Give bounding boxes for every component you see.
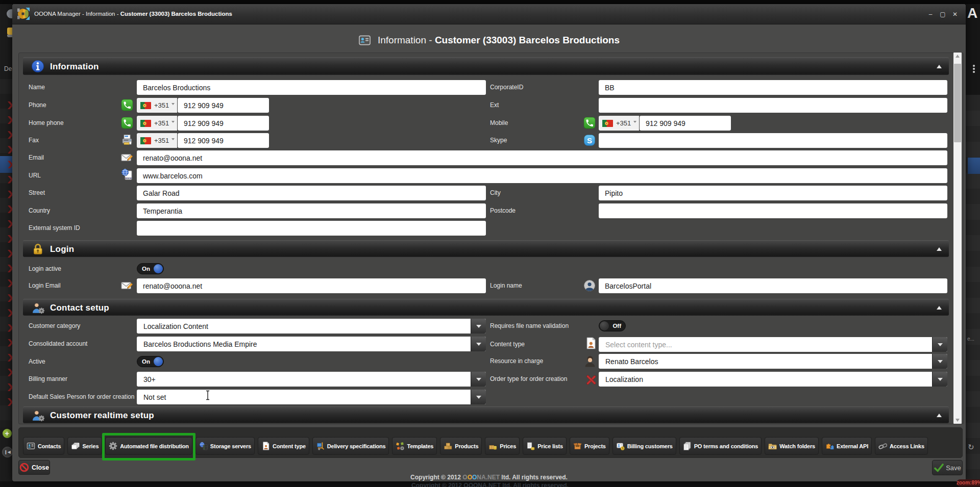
active-toggle[interactable]: On bbox=[137, 356, 164, 367]
maximize-button[interactable]: ▢ bbox=[939, 11, 946, 18]
storage-servers-button[interactable]: Storage servers bbox=[195, 437, 255, 455]
email-input[interactable] bbox=[137, 150, 947, 165]
dropdown-button[interactable] bbox=[471, 390, 486, 404]
collapse-login-icon[interactable] bbox=[937, 247, 942, 251]
requires-validation-toggle[interactable]: Off bbox=[599, 320, 626, 331]
order-type-select[interactable]: Localization bbox=[599, 372, 947, 387]
name-input[interactable] bbox=[137, 80, 486, 95]
external-system-id-input[interactable] bbox=[137, 221, 486, 236]
dropdown-button[interactable] bbox=[932, 337, 947, 352]
email-icon bbox=[121, 151, 133, 164]
series-button[interactable]: Series bbox=[67, 437, 102, 455]
collapse-contact-setup-icon[interactable] bbox=[937, 306, 942, 310]
phone-input[interactable] bbox=[178, 98, 269, 113]
corporateid-input[interactable] bbox=[599, 80, 947, 95]
save-button[interactable]: Save bbox=[932, 460, 963, 475]
templates-button[interactable]: Templates bbox=[392, 437, 437, 455]
bottom-toolbar: Contacts Series Automated file distribut… bbox=[18, 427, 963, 458]
scroll-up-button[interactable] bbox=[953, 53, 962, 60]
minimize-button[interactable]: – bbox=[927, 11, 934, 18]
price-lists-button[interactable]: Price lists bbox=[523, 437, 567, 455]
home-phone-input[interactable] bbox=[178, 116, 269, 131]
kebab-menu-icon[interactable] bbox=[973, 65, 975, 74]
po-terms-button[interactable]: PO terms and conditions bbox=[679, 437, 762, 455]
dropdown-button[interactable] bbox=[932, 354, 947, 369]
login-name-input[interactable] bbox=[599, 278, 947, 293]
dropdown-button[interactable] bbox=[932, 372, 947, 387]
add-button[interactable]: + bbox=[3, 429, 12, 438]
street-input[interactable] bbox=[137, 186, 486, 200]
billing-manner-select[interactable]: 30+ bbox=[137, 372, 486, 387]
phone-country-select[interactable]: +351 bbox=[137, 98, 177, 113]
background-bottom-strip: Copyright © 2012 OOONA.NET ltd. All righ… bbox=[0, 481, 980, 487]
collapse-customer-realtime-setup-icon[interactable] bbox=[937, 414, 942, 417]
postcode-input[interactable] bbox=[599, 203, 947, 218]
background-right-letter: A bbox=[967, 5, 977, 21]
close-window-button[interactable]: ✕ bbox=[951, 11, 959, 18]
scrollbar-thumb[interactable] bbox=[954, 64, 961, 142]
consolidated-account-select[interactable]: Barcelos Broductions Media Empire bbox=[137, 337, 486, 351]
fax-input[interactable] bbox=[178, 133, 269, 148]
mobile-country-select[interactable]: +351 bbox=[599, 116, 639, 131]
country-input[interactable] bbox=[137, 203, 486, 218]
customer-category-select[interactable]: Localization Content bbox=[137, 319, 486, 334]
content-type-select[interactable]: Select content type... bbox=[599, 337, 947, 352]
fax-country-select[interactable]: +351 bbox=[137, 133, 177, 148]
external-api-button[interactable]: External API bbox=[822, 437, 872, 455]
contacts-button[interactable]: Contacts bbox=[23, 437, 64, 455]
vertical-scrollbar[interactable] bbox=[953, 53, 962, 424]
templates-icon bbox=[396, 442, 404, 450]
title-bar[interactable]: OOONA Manager - Information - Customer (… bbox=[12, 4, 966, 24]
refresh-icon[interactable]: ↻ bbox=[968, 443, 974, 452]
form-panel: Information Name CorporateID Phone +351 … bbox=[18, 53, 964, 424]
fax-label: Fax bbox=[29, 133, 39, 148]
access-links-button[interactable]: Access Links bbox=[875, 437, 928, 455]
access-links-icon bbox=[878, 442, 887, 450]
prices-icon bbox=[488, 442, 497, 450]
skype-input[interactable] bbox=[599, 133, 947, 148]
phone-icon bbox=[121, 99, 133, 111]
storage-servers-icon bbox=[199, 442, 208, 450]
section-information[interactable]: Information bbox=[23, 57, 949, 75]
portugal-flag-icon bbox=[140, 137, 151, 144]
fax-icon bbox=[121, 134, 133, 146]
default-sales-person-select[interactable]: Not set bbox=[137, 390, 486, 404]
watch-folders-icon bbox=[768, 442, 777, 450]
login-active-toggle[interactable]: On bbox=[137, 263, 164, 274]
login-email-input[interactable] bbox=[137, 278, 486, 293]
phone-label: Phone bbox=[29, 98, 46, 113]
dropdown-button[interactable] bbox=[471, 337, 486, 351]
ext-input[interactable] bbox=[599, 98, 947, 113]
active-label: Active bbox=[29, 354, 45, 369]
section-information-title: Information bbox=[50, 58, 99, 75]
order-type-label: Order type for order creation bbox=[490, 372, 567, 387]
projects-button[interactable]: Projects bbox=[570, 437, 609, 455]
skip-to-start-button[interactable]: ❙◀ bbox=[2, 447, 12, 457]
login-email-label: Login Email bbox=[29, 278, 61, 293]
scroll-down-button[interactable] bbox=[953, 417, 962, 424]
collapse-information-icon[interactable] bbox=[937, 65, 942, 68]
url-input[interactable] bbox=[137, 168, 947, 183]
prices-button[interactable]: Prices bbox=[485, 437, 520, 455]
no-entry-icon bbox=[19, 463, 29, 472]
city-input[interactable] bbox=[599, 186, 947, 200]
resource-in-charge-select[interactable]: Renato Barcelos bbox=[599, 354, 947, 369]
products-button[interactable]: Products bbox=[440, 437, 482, 455]
section-contact-setup[interactable]: Contact setup bbox=[23, 299, 949, 316]
home-phone-country-select[interactable]: +351 bbox=[137, 116, 177, 131]
watch-folders-button[interactable]: Watch folders bbox=[765, 437, 819, 455]
content-type-icon bbox=[261, 442, 270, 450]
section-login[interactable]: Login bbox=[23, 240, 949, 257]
dropdown-button[interactable] bbox=[471, 372, 486, 387]
mobile-input[interactable] bbox=[640, 116, 731, 131]
content-type-button[interactable]: Content type bbox=[258, 437, 309, 455]
close-button[interactable]: Close bbox=[18, 460, 50, 475]
user-icon bbox=[583, 279, 596, 292]
dropdown-button[interactable] bbox=[471, 319, 486, 334]
delivery-specifications-button[interactable]: Delivery specifications bbox=[312, 437, 389, 455]
billing-customers-button[interactable]: Billing customers bbox=[612, 437, 676, 455]
caret-down-icon bbox=[172, 138, 175, 140]
phone-dial-code: +351 bbox=[154, 101, 169, 109]
section-customer-realtime-setup[interactable]: Customer realtime setup bbox=[23, 406, 949, 423]
automated-file-distribution-button[interactable]: Automated file distribution bbox=[105, 437, 192, 455]
